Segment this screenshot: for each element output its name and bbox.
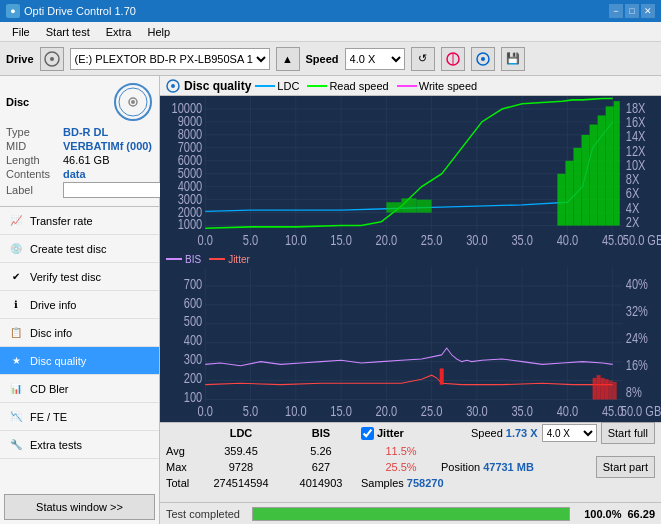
speed-select[interactable]: 4.0 X xyxy=(345,48,405,70)
menu-bar: File Start test Extra Help xyxy=(0,22,661,42)
nav-menu: 📈 Transfer rate 💿 Create test disc ✔ Ver… xyxy=(0,207,159,490)
stats-header-row: LDC BIS Jitter Speed 1.73 X 4.0 X Start … xyxy=(160,423,661,443)
title-bar: ● Opti Drive Control 1.70 − □ ✕ xyxy=(0,0,661,22)
mid-value: VERBATIMf (000) xyxy=(63,140,152,152)
disc-action-btn2[interactable] xyxy=(471,47,495,71)
stats-col-ldc: LDC xyxy=(201,427,281,439)
maximize-button[interactable]: □ xyxy=(625,4,639,18)
jitter-checkbox[interactable] xyxy=(361,427,374,440)
svg-text:8%: 8% xyxy=(626,383,642,400)
nav-cd-bler-label: CD Bler xyxy=(30,383,69,395)
menu-extra[interactable]: Extra xyxy=(98,24,140,40)
max-ldc: 9728 xyxy=(201,461,281,473)
extra-tests-icon: 🔧 xyxy=(8,437,24,453)
svg-point-5 xyxy=(481,57,485,61)
stats-col-jitter: Jitter xyxy=(377,427,404,439)
svg-text:0.0: 0.0 xyxy=(198,232,213,249)
nav-extra-tests-label: Extra tests xyxy=(30,439,82,451)
status-window-button[interactable]: Status window >> xyxy=(4,494,155,520)
svg-text:15.0: 15.0 xyxy=(330,232,352,249)
svg-text:50.0 GB: 50.0 GB xyxy=(623,232,661,249)
max-jitter: 25.5% xyxy=(361,461,441,473)
drive-select[interactable]: (E:) PLEXTOR BD-R PX-LB950SA 1.06 xyxy=(70,48,270,70)
svg-rect-64 xyxy=(401,198,416,212)
svg-text:20.0: 20.0 xyxy=(376,232,398,249)
read-speed-label: Read speed xyxy=(329,80,388,92)
minimize-button[interactable]: − xyxy=(609,4,623,18)
svg-text:35.0: 35.0 xyxy=(511,232,533,249)
nav-fe-te-label: FE / TE xyxy=(30,411,67,423)
close-button[interactable]: ✕ xyxy=(641,4,655,18)
content-area: Disc quality LDC Read speed Write speed xyxy=(160,76,661,524)
avg-label: Avg xyxy=(166,445,201,457)
svg-point-9 xyxy=(131,100,135,104)
nav-transfer-rate[interactable]: 📈 Transfer rate xyxy=(0,207,159,235)
bis-legend-color xyxy=(166,258,182,260)
nav-disc-info-label: Disc info xyxy=(30,327,72,339)
disc-action-btn1[interactable] xyxy=(441,47,465,71)
total-label: Total xyxy=(166,477,201,489)
svg-text:25.0: 25.0 xyxy=(421,402,443,419)
svg-text:5.0: 5.0 xyxy=(243,402,258,419)
progress-bar-inner xyxy=(253,508,569,520)
save-button[interactable]: 💾 xyxy=(501,47,525,71)
progress-area: Test completed 100.0% 66.29 xyxy=(160,502,661,524)
nav-cd-bler[interactable]: 📊 CD Bler xyxy=(0,375,159,403)
test-speed-select[interactable]: 4.0 X xyxy=(542,424,597,442)
svg-text:1000: 1000 xyxy=(178,216,203,233)
max-bis: 627 xyxy=(281,461,361,473)
speed-label: Speed xyxy=(306,53,339,65)
svg-rect-115 xyxy=(440,368,444,384)
ldc-label: LDC xyxy=(277,80,299,92)
contents-value: data xyxy=(63,168,86,180)
jitter-legend-color xyxy=(209,258,225,260)
end-value: 66.29 xyxy=(627,508,655,520)
svg-text:500: 500 xyxy=(184,312,202,329)
nav-create-test-disc[interactable]: 💿 Create test disc xyxy=(0,235,159,263)
nav-drive-info[interactable]: ℹ Drive info xyxy=(0,291,159,319)
svg-text:30.0: 30.0 xyxy=(466,402,488,419)
disc-section-title: Disc xyxy=(6,96,29,108)
mid-label: MID xyxy=(6,140,61,152)
menu-start-test[interactable]: Start test xyxy=(38,24,98,40)
svg-rect-74 xyxy=(160,267,661,423)
upper-chart-container: 10000 9000 8000 7000 6000 5000 4000 3000… xyxy=(160,96,661,252)
total-ldc: 274514594 xyxy=(201,477,281,489)
avg-jitter: 11.5% xyxy=(361,445,441,457)
svg-rect-69 xyxy=(582,135,590,226)
disc-quality-title: Disc quality xyxy=(184,79,251,93)
svg-text:400: 400 xyxy=(184,331,202,348)
svg-text:45.0: 45.0 xyxy=(602,232,624,249)
nav-verify-test-disc[interactable]: ✔ Verify test disc xyxy=(0,263,159,291)
svg-rect-121 xyxy=(613,381,617,399)
disc-quality-header-icon xyxy=(166,79,180,93)
svg-rect-71 xyxy=(598,115,606,225)
nav-extra-tests[interactable]: 🔧 Extra tests xyxy=(0,431,159,459)
nav-verify-test-disc-label: Verify test disc xyxy=(30,271,101,283)
nav-disc-quality[interactable]: ★ Disc quality xyxy=(0,347,159,375)
samples-value: 758270 xyxy=(407,477,444,489)
svg-text:10.0: 10.0 xyxy=(285,402,307,419)
eject-button[interactable]: ▲ xyxy=(276,47,300,71)
stats-col-bis: BIS xyxy=(281,427,361,439)
refresh-button[interactable]: ↺ xyxy=(411,47,435,71)
menu-file[interactable]: File xyxy=(4,24,38,40)
length-value: 46.61 GB xyxy=(63,154,109,166)
read-speed-color xyxy=(307,85,327,87)
nav-fe-te[interactable]: 📉 FE / TE xyxy=(0,403,159,431)
length-label: Length xyxy=(6,154,61,166)
create-test-disc-icon: 💿 xyxy=(8,241,24,257)
app-title: Opti Drive Control 1.70 xyxy=(24,5,136,17)
nav-drive-info-label: Drive info xyxy=(30,299,76,311)
drive-icon-btn[interactable] xyxy=(40,47,64,71)
lower-chart: 700 600 500 400 300 200 100 40% 32% 24% … xyxy=(160,267,661,423)
svg-rect-67 xyxy=(565,161,573,226)
status-text: Test completed xyxy=(166,508,246,520)
menu-help[interactable]: Help xyxy=(139,24,178,40)
start-full-button[interactable]: Start full xyxy=(601,422,655,444)
svg-text:40.0: 40.0 xyxy=(557,232,579,249)
nav-disc-info[interactable]: 📋 Disc info xyxy=(0,319,159,347)
svg-text:15.0: 15.0 xyxy=(330,402,352,419)
max-label: Max xyxy=(166,461,201,473)
svg-rect-66 xyxy=(557,174,565,226)
